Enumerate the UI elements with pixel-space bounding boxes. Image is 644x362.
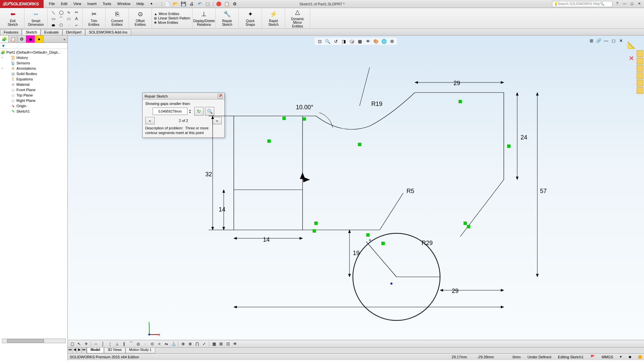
line-tool[interactable]: ＼ [50, 9, 57, 15]
graphics-area[interactable]: ⊡ 🔍 ↺ ◨ 🎲 ▦ 👁 🎨 🌐 ⚙ ⊞ 🔗 — ◻ ✕ 📐 ✕ [68, 36, 644, 360]
sel-filter-icon[interactable]: ▢ [69, 341, 75, 347]
tree-item[interactable]: +📜History [0, 55, 67, 60]
repair-sketch-button[interactable]: 🔧 Repair Sketch [218, 10, 236, 26]
orientation-triad[interactable]: y x [144, 321, 161, 338]
menu-window[interactable]: Window [115, 1, 133, 7]
property-tab[interactable]: 📋 [9, 36, 17, 43]
filter-bar[interactable]: ▼ [0, 43, 67, 49]
rel-coincident-icon[interactable]: ⊙ [149, 341, 155, 347]
panel-scrollbar[interactable] [2, 339, 66, 343]
tree-item[interactable]: ≡Material [0, 82, 67, 87]
collapse-panel-icon[interactable]: » [61, 36, 67, 43]
print-icon[interactable]: 🖨 [188, 1, 195, 7]
tab-nav-controls[interactable]: ⏮◀▶⏭ [68, 348, 87, 353]
offset-entities-button[interactable]: ⊙ Offset Entities [131, 10, 150, 26]
tab-dimxpert[interactable]: DimXpert [62, 29, 85, 35]
menu-view[interactable]: View [71, 1, 84, 7]
tree-root[interactable]: 🧩Part1 (Default<<Default>_Displ... [0, 50, 67, 55]
cursor-icon[interactable]: ↖ [76, 341, 82, 347]
select-icon[interactable]: ⬚ [204, 1, 211, 7]
status-custom-icon[interactable]: ◆ [629, 355, 631, 359]
help-icon[interactable]: ? [614, 2, 620, 6]
open-icon[interactable]: 📂 [172, 1, 179, 7]
tree-item[interactable]: ◇Top Plane [0, 93, 67, 98]
arc-tool[interactable]: ⌒ [57, 16, 65, 22]
rapid-sketch-button[interactable]: ⚡ Rapid Sketch [264, 10, 283, 26]
tree-item[interactable]: ↳Origin [0, 103, 67, 109]
rel-pierce-icon[interactable]: ⊗ [187, 341, 193, 347]
fillet-tool[interactable]: ⌐ [73, 22, 80, 28]
close-icon[interactable]: ✕ [637, 2, 642, 6]
dynamic-mirror-button[interactable]: △ Dynamic Mirror Entities [287, 8, 308, 28]
new-icon[interactable]: 📄 [164, 1, 171, 7]
snap-icon[interactable]: ✛ [83, 341, 89, 347]
menu-help[interactable]: Help [134, 1, 147, 7]
config-tab[interactable]: ⚙ [17, 36, 26, 43]
rel-vertical-icon[interactable]: │ [100, 341, 106, 347]
status-units[interactable]: MMGS [602, 355, 613, 359]
undo-icon[interactable]: ↶ [196, 1, 203, 7]
rel-merge-icon[interactable]: ⊕ [180, 341, 186, 347]
status-dropdown-icon[interactable]: ▾ [620, 355, 622, 359]
minimize-icon[interactable]: — [622, 2, 627, 6]
display-relations-button[interactable]: ⊥ Display/Delete Relations [195, 10, 213, 26]
tab-features[interactable]: Features [0, 29, 22, 35]
slot-tool[interactable]: ⬬ [50, 22, 57, 28]
menu-insert[interactable]: Insert [85, 1, 99, 7]
rel-perp-icon[interactable]: ⊥ [114, 341, 120, 347]
rel-midpoint-icon[interactable]: · [142, 341, 148, 347]
tree-item[interactable]: ✎Sketch1 [0, 109, 67, 114]
menu-tools[interactable]: Tools [100, 1, 114, 7]
rel-horizontal-icon[interactable]: ─ [93, 341, 99, 347]
status-rebuild-icon[interactable]: ⬤ [638, 355, 642, 359]
options-icon[interactable]: 📋 [223, 1, 230, 7]
circle-tool[interactable]: ◯ [57, 9, 65, 15]
tab-model[interactable]: Model [87, 348, 104, 353]
quick-snaps-button[interactable]: ✦ Quick Snaps [241, 10, 260, 26]
trim-tool-icon[interactable]: ✂ [73, 9, 80, 15]
rel-concentric-icon[interactable]: ◎ [135, 341, 141, 347]
exit-sketch-button[interactable]: ⬅ Exit Sketch [3, 10, 22, 26]
grid-icon[interactable]: ▦ [211, 341, 217, 347]
rebuild-icon[interactable]: 🔴 [215, 1, 222, 7]
snap-grid-icon[interactable]: ⊡ [225, 341, 231, 347]
rel-symmetric-icon[interactable]: ⇋ [163, 341, 169, 347]
menu-star[interactable]: ✦ [147, 1, 156, 7]
display-tab[interactable]: ● [35, 36, 44, 43]
tree-item[interactable]: ΣEquations [0, 76, 67, 82]
settings-icon[interactable]: ⚙ [231, 1, 238, 7]
tree-item[interactable]: ◇Front Plane [0, 87, 67, 93]
maximize-icon[interactable]: ◻ [629, 2, 635, 6]
spline-tool[interactable]: ∿ [65, 9, 72, 15]
mirror-entities-button[interactable]: ▲ Mirror Entities [154, 12, 190, 16]
smart-dimension-button[interactable]: ↔ Smart Dimension [26, 10, 45, 26]
tab-3dviews[interactable]: 3D Views [104, 348, 125, 353]
point-tool[interactable]: · [65, 22, 72, 28]
rel-equal-icon[interactable]: = [156, 341, 162, 347]
tree-item[interactable]: ◇Right Plane [0, 98, 67, 103]
relations-display-icon[interactable]: 👁 [232, 341, 238, 347]
feature-tree-tab[interactable]: 🧩 [0, 36, 9, 43]
tab-addins[interactable]: SOLIDWORKS Add-Ins [85, 29, 131, 35]
rect-tool[interactable]: ▭ [50, 16, 57, 22]
trim-entities-button[interactable]: ✂ Trim Entities [85, 10, 103, 26]
save-icon[interactable]: 💾 [180, 1, 187, 7]
tab-sketch[interactable]: Sketch [22, 29, 41, 35]
rel-tangent-icon[interactable]: ⌒ [128, 341, 134, 347]
tree-item[interactable]: 📡Sensors [0, 60, 67, 66]
rel-fix-icon[interactable]: ⚓ [170, 341, 176, 347]
fully-define-icon[interactable]: ✓ [201, 341, 207, 347]
dimxpert-tab[interactable]: ◆ [26, 36, 35, 43]
polygon-tool[interactable]: ⬡ [57, 22, 65, 28]
tree-item[interactable]: ▧Solid Bodies [0, 71, 67, 76]
tab-motion-study[interactable]: Motion Study 1 [125, 348, 155, 353]
linear-pattern-button[interactable]: ⊞ Linear Sketch Pattern [154, 16, 190, 20]
dim-names-icon[interactable]: ⊞ [218, 341, 224, 347]
rel-intersection-icon[interactable]: ⋂ [194, 341, 200, 347]
convert-entities-button[interactable]: ⎘ Convert Entities [108, 10, 126, 26]
help-search[interactable]: 💡 Search SOLIDWORKS Help 🔍 [552, 1, 612, 7]
tree-item[interactable]: +AAnnotations [0, 66, 67, 71]
menu-edit[interactable]: Edit [58, 1, 70, 7]
rel-collinear-icon[interactable]: ⋮ [107, 341, 113, 347]
move-entities-button[interactable]: ✥ Move Entities [154, 21, 190, 24]
